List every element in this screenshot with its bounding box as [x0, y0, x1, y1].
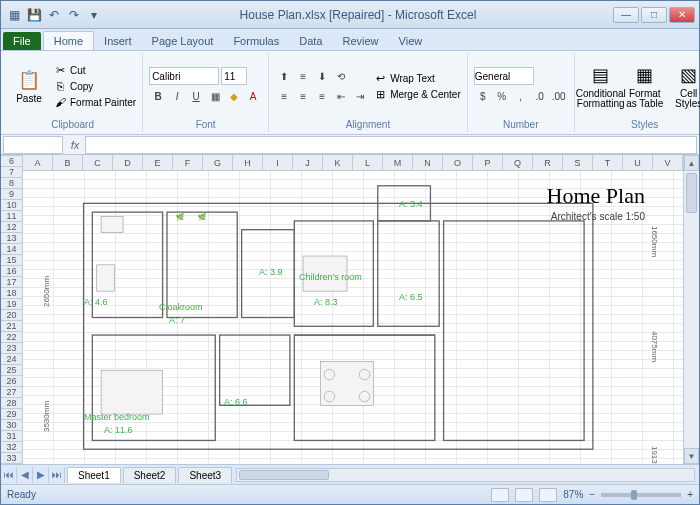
tab-home[interactable]: Home	[43, 31, 94, 50]
align-center-button[interactable]: ≡	[294, 87, 312, 105]
col-header[interactable]: U	[623, 155, 653, 170]
name-box[interactable]	[3, 136, 63, 154]
row-header[interactable]: 19	[1, 299, 22, 310]
align-middle-button[interactable]: ≡	[294, 67, 312, 85]
italic-button[interactable]: I	[168, 87, 186, 105]
vertical-scrollbar[interactable]: ▲ ▼	[683, 155, 699, 464]
border-button[interactable]: ▦	[206, 87, 224, 105]
col-header[interactable]: A	[23, 155, 53, 170]
copy-button[interactable]: ⎘Copy	[53, 79, 136, 93]
align-bottom-button[interactable]: ⬇	[313, 67, 331, 85]
col-header[interactable]: D	[113, 155, 143, 170]
row-header[interactable]: 22	[1, 332, 22, 343]
undo-icon[interactable]: ↶	[45, 6, 63, 24]
row-header[interactable]: 6	[1, 156, 22, 167]
col-header[interactable]: T	[593, 155, 623, 170]
format-as-table-button[interactable]: ▦Format as Table	[625, 55, 665, 117]
minimize-button[interactable]: —	[613, 7, 639, 23]
row-header[interactable]: 17	[1, 277, 22, 288]
col-header[interactable]: R	[533, 155, 563, 170]
col-header[interactable]: B	[53, 155, 83, 170]
view-layout-button[interactable]	[515, 488, 533, 502]
formula-input[interactable]	[85, 136, 697, 154]
scroll-thumb-h[interactable]	[239, 470, 329, 480]
scroll-thumb-v[interactable]	[686, 173, 697, 213]
wrap-text-button[interactable]: ↩Wrap Text	[373, 71, 461, 85]
row-header[interactable]: 23	[1, 343, 22, 354]
bold-button[interactable]: B	[149, 87, 167, 105]
redo-icon[interactable]: ↷	[65, 6, 83, 24]
row-header[interactable]: 26	[1, 376, 22, 387]
sheet-tab-3[interactable]: Sheet3	[178, 467, 232, 483]
cell-grid[interactable]: 🌿🌿 Home Plan Architect's scale 1:50 A: 4…	[23, 171, 683, 464]
zoom-thumb[interactable]	[631, 490, 637, 500]
underline-button[interactable]: U	[187, 87, 205, 105]
row-header[interactable]: 20	[1, 310, 22, 321]
tab-file[interactable]: File	[3, 32, 41, 50]
row-header[interactable]: 28	[1, 398, 22, 409]
font-size-input[interactable]	[221, 67, 247, 85]
row-header[interactable]: 16	[1, 266, 22, 277]
sheet-tab-2[interactable]: Sheet2	[123, 467, 177, 483]
col-header[interactable]: H	[233, 155, 263, 170]
row-header[interactable]: 21	[1, 321, 22, 332]
col-header[interactable]: G	[203, 155, 233, 170]
row-header[interactable]: 8	[1, 178, 22, 189]
comma-button[interactable]: ,	[512, 87, 530, 105]
col-header[interactable]: O	[443, 155, 473, 170]
col-header[interactable]: P	[473, 155, 503, 170]
percent-button[interactable]: %	[493, 87, 511, 105]
align-left-button[interactable]: ≡	[275, 87, 293, 105]
decimal-inc-button[interactable]: .0	[531, 87, 549, 105]
row-header[interactable]: 25	[1, 365, 22, 376]
sheet-nav-prev[interactable]: ◀	[17, 467, 33, 483]
row-header[interactable]: 29	[1, 409, 22, 420]
cut-button[interactable]: ✂Cut	[53, 63, 136, 77]
font-color-button[interactable]: A	[244, 87, 262, 105]
paste-button[interactable]: 📋 Paste	[9, 55, 49, 117]
view-normal-button[interactable]	[491, 488, 509, 502]
row-header[interactable]: 9	[1, 189, 22, 200]
close-button[interactable]: ✕	[669, 7, 695, 23]
row-header[interactable]: 30	[1, 420, 22, 431]
row-header[interactable]: 11	[1, 211, 22, 222]
fill-color-button[interactable]: ◆	[225, 87, 243, 105]
font-name-input[interactable]	[149, 67, 219, 85]
currency-button[interactable]: $	[474, 87, 492, 105]
row-header[interactable]: 13	[1, 233, 22, 244]
col-header[interactable]: K	[323, 155, 353, 170]
indent-dec-button[interactable]: ⇤	[332, 87, 350, 105]
col-header[interactable]: I	[263, 155, 293, 170]
indent-inc-button[interactable]: ⇥	[351, 87, 369, 105]
row-header[interactable]: 27	[1, 387, 22, 398]
sheet-nav-last[interactable]: ⏭	[49, 467, 65, 483]
row-header[interactable]: 33	[1, 453, 22, 464]
sheet-nav-first[interactable]: ⏮	[1, 467, 17, 483]
format-painter-button[interactable]: 🖌Format Painter	[53, 95, 136, 109]
zoom-in-button[interactable]: +	[687, 489, 693, 500]
row-header[interactable]: 15	[1, 255, 22, 266]
col-header[interactable]: J	[293, 155, 323, 170]
col-header[interactable]: L	[353, 155, 383, 170]
row-header[interactable]: 32	[1, 442, 22, 453]
row-header[interactable]: 10	[1, 200, 22, 211]
tab-insert[interactable]: Insert	[94, 32, 142, 50]
tab-data[interactable]: Data	[289, 32, 332, 50]
qat-dropdown-icon[interactable]: ▾	[85, 6, 103, 24]
tab-view[interactable]: View	[389, 32, 433, 50]
col-header[interactable]: F	[173, 155, 203, 170]
col-header[interactable]: Q	[503, 155, 533, 170]
fx-icon[interactable]: fx	[65, 139, 85, 151]
col-header[interactable]: N	[413, 155, 443, 170]
horizontal-scrollbar[interactable]	[236, 468, 695, 482]
maximize-button[interactable]: □	[641, 7, 667, 23]
tab-review[interactable]: Review	[332, 32, 388, 50]
align-top-button[interactable]: ⬆	[275, 67, 293, 85]
sheet-tab-1[interactable]: Sheet1	[67, 467, 121, 483]
scroll-down-button[interactable]: ▼	[684, 448, 699, 464]
col-header[interactable]: E	[143, 155, 173, 170]
col-header[interactable]: S	[563, 155, 593, 170]
align-right-button[interactable]: ≡	[313, 87, 331, 105]
col-header[interactable]: V	[653, 155, 683, 170]
conditional-formatting-button[interactable]: ▤Conditional Formatting	[581, 55, 621, 117]
